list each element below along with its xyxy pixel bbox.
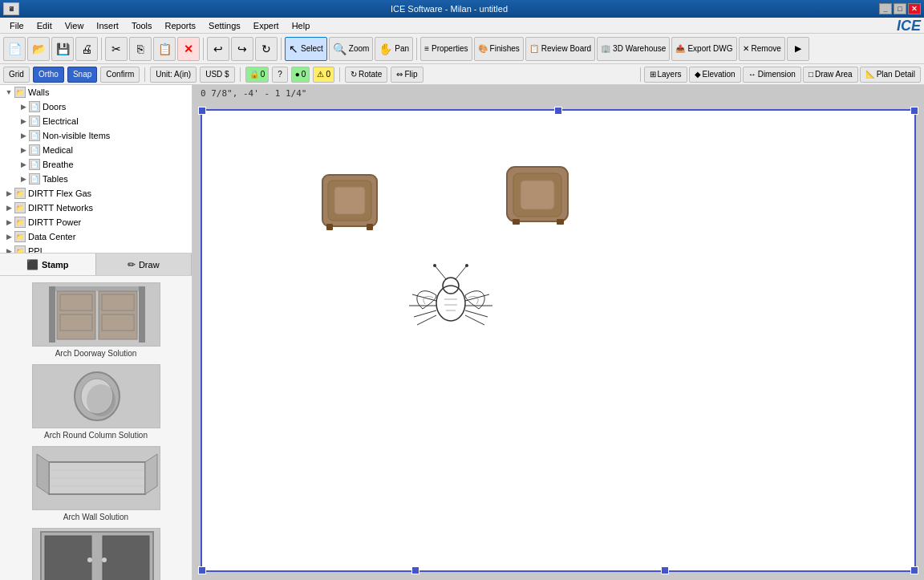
tree-item-walls[interactable]: ▼ 📁 Walls — [0, 85, 192, 99]
doors-icon: 📄 — [29, 101, 40, 112]
remove-label: Remove — [752, 44, 781, 53]
thumb-arch-round-column[interactable]: Arch Round Column Solution — [24, 364, 168, 440]
review-board-button[interactable]: 📋 Review Board — [525, 37, 595, 61]
ortho-button[interactable]: Ortho — [33, 67, 64, 83]
export-dwg-button[interactable]: 📤 Export DWG — [671, 37, 736, 61]
thumb-arch-wall[interactable]: Arch Wall Solution — [24, 446, 168, 521]
snap-button[interactable]: Snap — [67, 67, 97, 83]
expand-dirtt-networks[interactable]: ▶ — [3, 202, 14, 213]
tree-item-electrical[interactable]: ▶ 📄 Electrical — [0, 114, 192, 128]
remove-button[interactable]: ✕ Remove — [739, 37, 785, 61]
counter1-icon: 🔒 — [249, 70, 259, 79]
thumb-arch-doorway[interactable]: Arch Doorway Solution — [24, 282, 168, 358]
expand-tables[interactable]: ▶ — [18, 173, 29, 185]
tree-item-medical[interactable]: ▶ 📄 Medical — [0, 143, 192, 157]
expand-data-center[interactable]: ▶ — [3, 231, 14, 242]
close-button[interactable]: ✕ — [908, 3, 921, 14]
menu-file[interactable]: File — [3, 18, 30, 33]
tree-item-ppl[interactable]: ▶ 📁 PPL — [0, 244, 192, 253]
elevation-button[interactable]: ◆ Elevation — [689, 67, 741, 83]
menu-edit[interactable]: Edit — [30, 18, 59, 33]
menu-help[interactable]: Help — [286, 18, 317, 33]
menu-expert[interactable]: Expert — [247, 18, 286, 33]
expand-breathe[interactable]: ▶ — [18, 159, 29, 170]
maximize-button[interactable]: □ — [894, 3, 906, 14]
draw-tab[interactable]: ✏ Draw — [96, 253, 192, 275]
redo-button[interactable]: ↻ — [255, 37, 278, 61]
menu-view[interactable]: View — [59, 18, 91, 33]
stamp-tab[interactable]: ⬛ Stamp — [0, 253, 96, 275]
handle-bottom-mid-right[interactable] — [661, 566, 669, 574]
tree-item-doors[interactable]: ▶ 📄 Doors — [0, 99, 192, 114]
print-button[interactable]: 🖨 — [75, 37, 98, 61]
question-button[interactable]: ? — [272, 67, 288, 83]
menu-reports[interactable]: Reports — [159, 18, 203, 33]
expand-dirtt-power[interactable]: ▶ — [3, 217, 14, 228]
more-button[interactable]: ▶ — [787, 37, 809, 61]
expand-doors[interactable]: ▶ — [18, 101, 29, 112]
tree-item-dirtt-networks[interactable]: ▶ 📁 DIRTT Networks — [0, 201, 192, 215]
menu-settings[interactable]: Settings — [202, 18, 247, 33]
copy-button[interactable]: ⎘ — [129, 37, 152, 61]
drawing-canvas[interactable] — [201, 109, 916, 572]
select-button[interactable]: ↖ Select — [285, 37, 327, 61]
zoom-button[interactable]: 🔍 Zoom — [329, 37, 374, 61]
svg-line-44 — [465, 315, 484, 325]
expand-ppl[interactable]: ▶ — [3, 245, 14, 253]
handle-top-left[interactable] — [198, 107, 206, 115]
handle-bottom-left[interactable] — [198, 566, 206, 574]
unit-display[interactable]: Unit: A(in) — [150, 67, 197, 83]
furniture-item-2[interactable] — [503, 163, 573, 227]
expand-electrical[interactable]: ▶ — [18, 116, 29, 127]
undostack-button[interactable]: ↪ — [231, 37, 253, 61]
confirm-button[interactable]: Confirm — [100, 67, 140, 83]
tree-item-breathe[interactable]: ▶ 📄 Breathe — [0, 157, 192, 172]
grid-button[interactable]: Grid — [3, 67, 30, 83]
tree-item-dirtt-power[interactable]: ▶ 📁 DIRTT Power — [0, 215, 192, 229]
tree-item-dirtt-flex-gas[interactable]: ▶ 📁 DIRTT Flex Gas — [0, 186, 192, 201]
thumb-img-arch-doorway — [32, 282, 160, 347]
menu-insert[interactable]: Insert — [90, 18, 125, 33]
plan-detail-button[interactable]: 📐 Plan Detail — [860, 67, 921, 83]
handle-bottom-right[interactable] — [910, 566, 918, 574]
cut-button[interactable]: ✂ — [105, 37, 128, 61]
expand-medical[interactable]: ▶ — [18, 144, 29, 156]
counter2-value: 0 — [302, 70, 306, 79]
layers-button[interactable]: ⊞ Layers — [644, 67, 687, 83]
rotate-button[interactable]: ↻ Rotate — [345, 67, 387, 83]
undo-button[interactable]: ↩ — [207, 37, 229, 61]
expand-non-visible[interactable]: ▶ — [18, 130, 29, 141]
3d-warehouse-button[interactable]: 🏢 3D Warehouse — [597, 37, 670, 61]
expand-dirtt-flex[interactable]: ▶ — [3, 188, 14, 199]
tree-item-non-visible[interactable]: ▶ 📄 Non-visible Items — [0, 128, 192, 143]
menu-tools[interactable]: Tools — [125, 18, 159, 33]
new-button[interactable]: 📄 — [3, 37, 26, 61]
handle-top-right[interactable] — [910, 107, 918, 115]
pan-button[interactable]: ✋ Pan — [375, 37, 413, 61]
expand-walls[interactable]: ▼ — [3, 87, 14, 98]
svg-rect-32 — [521, 180, 554, 209]
open-button[interactable]: 📂 — [27, 37, 50, 61]
finishes-button[interactable]: 🎨 Finishes — [474, 37, 524, 61]
tree-label-data-center: Data Center — [28, 232, 75, 241]
handle-top-mid[interactable] — [554, 107, 562, 115]
draw-area-button[interactable]: □ Draw Area — [803, 67, 858, 83]
thumb-arch-window[interactable]: Arch Window Solution — [24, 528, 168, 580]
handle-bottom-mid-left[interactable] — [411, 566, 419, 574]
currency-display[interactable]: USD $ — [200, 67, 234, 83]
furniture-item-1[interactable] — [318, 171, 383, 235]
draw-area-icon: □ — [808, 70, 813, 79]
sep-t2-2 — [240, 67, 241, 82]
tree-label-doors: Doors — [43, 102, 66, 112]
tree-item-tables[interactable]: ▶ 📄 Tables — [0, 172, 192, 186]
flip-button[interactable]: ⇔ Flip — [391, 67, 423, 83]
counter1-value: 0 — [261, 70, 265, 79]
dimension-button[interactable]: ↔ Dimension — [743, 67, 801, 83]
tree-item-data-center[interactable]: ▶ 📁 Data Center — [0, 229, 192, 244]
save-button[interactable]: 💾 — [51, 37, 74, 61]
canvas-area[interactable]: 0 7/8", -4' - 1 1/4" — [192, 85, 924, 580]
delete-button[interactable]: ✕ — [177, 37, 200, 61]
paste-button[interactable]: 📋 — [153, 37, 176, 61]
minimize-button[interactable]: _ — [879, 3, 892, 14]
properties-button[interactable]: ≡ Properties — [420, 37, 472, 61]
